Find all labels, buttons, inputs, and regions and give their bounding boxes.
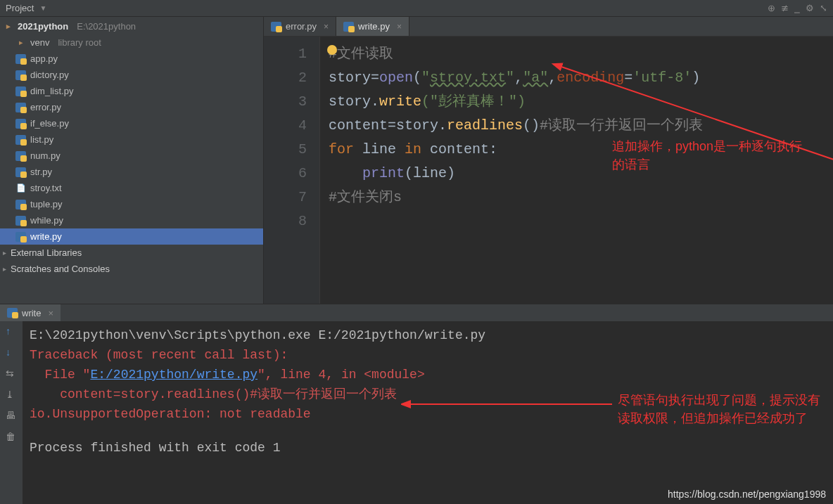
python-file-icon xyxy=(15,54,26,64)
watermark: https://blog.csdn.net/pengxiang1998 xyxy=(668,489,826,500)
chevron-right-icon: ▸ xyxy=(3,265,6,273)
python-file-icon xyxy=(15,103,26,112)
trash-icon[interactable]: 🗑 xyxy=(6,431,17,442)
python-file-icon xyxy=(15,70,26,80)
chevron-down-icon[interactable]: ▼ xyxy=(39,4,46,12)
gear-icon[interactable]: ⚙ xyxy=(806,3,814,13)
expand-icon[interactable]: ≢ xyxy=(781,3,789,13)
folder-icon: ▸ xyxy=(15,38,26,48)
traceback-line: Traceback (most recent call last): xyxy=(30,345,826,365)
python-file-icon xyxy=(15,151,26,161)
print-icon[interactable]: 🖶 xyxy=(6,410,17,421)
tree-file[interactable]: while.py xyxy=(0,212,263,228)
tree-file[interactable]: 📄stroy.txt xyxy=(0,180,263,196)
python-file-icon xyxy=(343,22,354,32)
tree-file[interactable]: tuple.py xyxy=(0,196,263,212)
soft-wrap-icon[interactable]: ⇆ xyxy=(6,368,17,379)
tab-write[interactable]: write.py × xyxy=(336,17,409,36)
close-icon[interactable]: × xyxy=(324,22,329,32)
tree-file[interactable]: app.py xyxy=(0,51,263,67)
python-file-icon xyxy=(15,86,26,96)
run-toolbar: ↑ ↓ ⇆ ⤓ 🖶 🗑 xyxy=(0,321,23,504)
tree-file[interactable]: str.py xyxy=(0,164,263,180)
file-link[interactable]: E:/2021python/write.py xyxy=(90,368,257,382)
project-label[interactable]: Project xyxy=(6,3,34,13)
locate-icon[interactable]: ⊕ xyxy=(768,3,775,13)
close-icon[interactable]: × xyxy=(48,308,53,318)
lightbulb-icon[interactable] xyxy=(327,45,337,55)
run-tabs: write × xyxy=(0,304,833,321)
editor-tabs: error.py × write.py × xyxy=(264,17,833,37)
python-file-icon xyxy=(7,308,18,318)
tree-file[interactable]: error.py xyxy=(0,99,263,115)
venv-name: venv xyxy=(30,37,49,48)
scratches-consoles[interactable]: ▸Scratches and Consoles xyxy=(0,261,263,277)
tree-file-selected[interactable]: write.py xyxy=(0,228,263,245)
tab-error[interactable]: error.py × xyxy=(264,17,336,36)
close-icon[interactable]: × xyxy=(397,22,402,32)
python-file-icon xyxy=(15,200,26,209)
tree-file[interactable]: dictory.py xyxy=(0,67,263,83)
project-sidebar: ▸ 2021python E:\2021python ▸ venv librar… xyxy=(0,17,264,304)
hide-icon[interactable]: ⤡ xyxy=(820,3,827,13)
annotation-text-1: 追加操作，python是一种逐句执行的语言 xyxy=(612,137,809,174)
line-gutter: 1 2 3 4 5 6 7 8 xyxy=(264,37,320,304)
scroll-icon[interactable]: ⤓ xyxy=(6,389,17,400)
tree-file[interactable]: if_else.py xyxy=(0,115,263,131)
chevron-right-icon: ▸ xyxy=(3,249,6,257)
venv-note: library root xyxy=(58,37,101,48)
folder-icon: ▸ xyxy=(3,22,13,32)
python-file-icon xyxy=(15,216,26,226)
stop-icon[interactable]: ↓ xyxy=(6,347,17,358)
annotation-text-2: 尽管语句执行出现了问题，提示没有读取权限，但追加操作已经成功了 xyxy=(618,391,822,427)
divider-icon: ⎯ xyxy=(794,3,800,13)
external-libraries[interactable]: ▸External Libraries xyxy=(0,245,263,261)
tree-root[interactable]: ▸ 2021python E:\2021python xyxy=(0,18,263,34)
python-file-icon xyxy=(15,119,26,129)
python-file-icon xyxy=(15,135,26,145)
tree-file[interactable]: dim_list.py xyxy=(0,83,263,99)
root-name: 2021python xyxy=(18,21,68,32)
rerun-icon[interactable]: ↑ xyxy=(6,325,17,337)
project-tree[interactable]: ▸ 2021python E:\2021python ▸ venv librar… xyxy=(0,17,263,304)
text-file-icon: 📄 xyxy=(15,183,26,193)
python-file-icon xyxy=(271,22,281,32)
project-toolbar: Project ▼ ⊕ ≢ ⎯ ⚙ ⤡ xyxy=(0,0,833,17)
python-file-icon xyxy=(15,232,26,242)
python-file-icon xyxy=(15,167,26,177)
tree-venv[interactable]: ▸ venv library root xyxy=(0,34,263,51)
tree-file[interactable]: list.py xyxy=(0,131,263,148)
console-line: E:\2021python\venv\Scripts\python.exe E:… xyxy=(30,325,826,345)
run-tab-write[interactable]: write × xyxy=(0,304,61,321)
traceback-line: File "E:/2021python/write.py", line 4, i… xyxy=(30,365,826,385)
tree-file[interactable]: num.py xyxy=(0,148,263,164)
exit-line: Process finished with exit code 1 xyxy=(30,438,826,458)
root-path: E:\2021python xyxy=(77,21,136,32)
toolbar-icons: ⊕ ≢ ⎯ ⚙ ⤡ xyxy=(768,3,827,13)
